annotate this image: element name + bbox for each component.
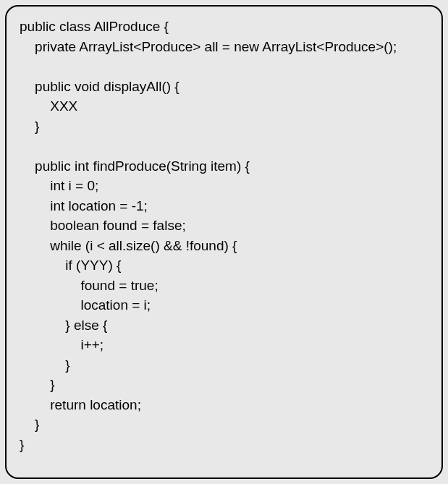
code-content: public class AllProduce { private ArrayL… (20, 17, 428, 454)
code-snippet-box: public class AllProduce { private ArrayL… (5, 5, 443, 479)
